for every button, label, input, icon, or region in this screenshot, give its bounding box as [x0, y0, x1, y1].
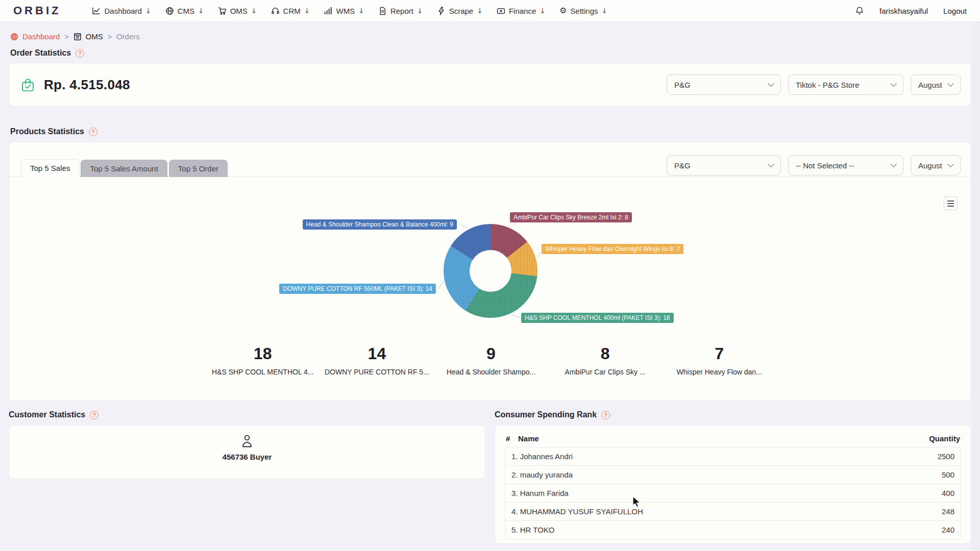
section-title: Consumer Spending Rank: [495, 410, 597, 419]
help-icon[interactable]: [89, 128, 97, 136]
customer-statistics-card: 456736 Buyer: [9, 425, 485, 479]
products-statistics-heading: Products Statistics: [10, 127, 970, 136]
summary-item: 7 Whisper Heavy Flow dan...: [662, 344, 776, 376]
lightning-icon: [437, 7, 446, 15]
products-filters: P&G -- Not Selected -- August: [667, 155, 961, 176]
nav-item-report[interactable]: Report: [374, 4, 428, 18]
tab-top-5-sales-amount[interactable]: Top 5 Sales Amount: [81, 160, 167, 177]
nav-item-crm[interactable]: CRM: [266, 4, 315, 18]
breadcrumb-oms[interactable]: OMS: [74, 32, 103, 41]
summary-item: 9 Head & Shoulder Shampo...: [434, 344, 548, 376]
help-icon[interactable]: [76, 49, 84, 58]
breadcrumb-orders: Orders: [116, 32, 140, 41]
store-select[interactable]: -- Not Selected --: [788, 155, 903, 176]
chevron-down-icon: [768, 161, 774, 167]
ledger-icon: [74, 33, 82, 41]
chevron-down-icon: [890, 161, 897, 167]
chart-label-whisper: Whisper Heavy Flow dan Overnight Wings I…: [542, 244, 683, 254]
brand-select[interactable]: P&G: [667, 155, 781, 176]
store-select[interactable]: Tiktok - P&G Store: [788, 74, 903, 95]
section-title: Products Statistics: [10, 127, 84, 136]
chart-label-ambipur: AmbiPur Car Clips Sky Breeze 2ml Isi 2: …: [510, 212, 632, 222]
headset-icon: [271, 7, 280, 15]
scrollbar[interactable]: [972, 22, 980, 551]
summary-item: 18 H&S SHP COOL MENTHOL 4...: [206, 344, 320, 376]
order-total-amount: Rp. 4.515.048: [44, 77, 130, 93]
person-icon: [240, 434, 254, 449]
customer-statistics-heading: Customer Statistics: [9, 410, 485, 419]
table-header: # Name Quantity: [505, 432, 961, 447]
breadcrumb-separator: [64, 33, 68, 41]
menu-arrow-icon: [358, 7, 364, 15]
cart-icon: [218, 7, 227, 15]
gear-icon: ⚙: [559, 7, 567, 15]
menu-arrow-icon: [145, 7, 152, 15]
table-row: 3. Hanum Farida 400: [505, 484, 961, 503]
order-statistics-heading: Order Statistics: [10, 48, 970, 58]
table-row: 2. maudy yuranda 500: [505, 465, 961, 484]
menu-arrow-icon: [477, 7, 483, 15]
summary-item: 8 AmbiPur Car Clips Sky ...: [548, 344, 663, 376]
navbar-right: fariskhasyaiful Logout: [855, 6, 967, 15]
month-select[interactable]: August: [911, 155, 961, 176]
chevron-down-icon: [768, 80, 774, 87]
breadcrumb-dashboard[interactable]: Dashboard: [10, 32, 60, 41]
section-title: Order Statistics: [10, 48, 71, 58]
top-navbar: ORBIZ Dashboard CMS OMS CRM WMS Report S: [0, 0, 980, 22]
chevron-down-icon: [947, 80, 954, 87]
help-icon[interactable]: [90, 411, 99, 419]
section-title: Customer Statistics: [9, 410, 85, 419]
month-select[interactable]: August: [911, 74, 961, 95]
products-summary-row: 18 H&S SHP COOL MENTHOL 4... 14 DOWNY PU…: [206, 344, 776, 376]
chart-label-head-shoulder: Head & Shoulder Shampoo Clean & Balance …: [303, 219, 457, 230]
donut-chart: [444, 224, 537, 318]
nav-item-finance[interactable]: Finance: [492, 4, 550, 18]
menu-arrow-icon: [602, 7, 608, 15]
tab-top-5-sales[interactable]: Top 5 Sales: [21, 159, 79, 177]
chart-menu-icon[interactable]: [944, 196, 958, 210]
nav-item-scrape[interactable]: Scrape: [432, 4, 487, 18]
nav-item-dashboard[interactable]: Dashboard: [87, 4, 156, 18]
nav-item-oms[interactable]: OMS: [213, 4, 262, 18]
chart-label-downy: DOWNY PURE COTTON RF 550ML (PAKET ISI 3)…: [279, 284, 436, 294]
bar-chart-icon: [324, 7, 332, 15]
order-statistics-card: Rp. 4.515.048 P&G Tiktok - P&G Store Aug…: [9, 63, 971, 107]
tab-top-5-order[interactable]: Top 5 Order: [169, 160, 228, 177]
chevron-down-icon: [890, 80, 897, 87]
menu-arrow-icon: [417, 7, 423, 15]
table-row: 5. HR TOKO 240: [505, 520, 961, 539]
app-logo: ORBIZ: [13, 4, 61, 17]
consumer-spending-rank-heading: Consumer Spending Rank: [495, 410, 971, 419]
help-icon[interactable]: [601, 411, 610, 419]
customer-statistics-section: Customer Statistics 456736 Buyer: [9, 410, 485, 544]
nav-item-settings[interactable]: ⚙ Settings: [555, 4, 612, 18]
bag-check-icon: [20, 77, 36, 93]
breadcrumb-separator: [108, 33, 112, 41]
table-row: 4. MUHAMMAD YUSUF SYAIFULLOH 248: [505, 502, 961, 521]
table-row: 1. Johannes Andri 2500: [505, 447, 961, 466]
breadcrumb: Dashboard OMS Orders: [10, 32, 970, 41]
card-icon: [497, 7, 505, 15]
globe-icon: [10, 33, 18, 41]
chart-label-hs-menthol: H&S SHP COOL MENTHOL 400ml (PAKET ISI 3)…: [521, 313, 674, 323]
menu-arrow-icon: [540, 7, 546, 15]
summary-item: 14 DOWNY PURE COTTON RF 5...: [320, 344, 434, 376]
chevron-down-icon: [947, 161, 954, 167]
brand-select[interactable]: P&G: [667, 74, 781, 95]
globe-icon: [165, 7, 174, 15]
logout-button[interactable]: Logout: [943, 7, 967, 15]
order-total: Rp. 4.515.048: [20, 77, 130, 93]
menu-arrow-icon: [198, 7, 204, 15]
bell-icon[interactable]: [855, 6, 864, 15]
order-filters: P&G Tiktok - P&G Store August: [667, 74, 961, 95]
main-menu: Dashboard CMS OMS CRM WMS Report Scrape: [87, 4, 612, 18]
menu-arrow-icon: [304, 7, 310, 15]
consumer-spending-rank-card: # Name Quantity 1. Johannes Andri 2500 2…: [495, 425, 971, 544]
buyer-count: 456736 Buyer: [9, 453, 485, 461]
nav-item-cms[interactable]: CMS: [161, 4, 209, 18]
chart-line-icon: [92, 7, 101, 15]
nav-item-wms[interactable]: WMS: [319, 4, 369, 18]
consumer-spending-rank-section: Consumer Spending Rank # Name Quantity 1…: [495, 410, 971, 544]
username[interactable]: fariskhasyaiful: [879, 7, 928, 15]
menu-arrow-icon: [251, 7, 257, 15]
